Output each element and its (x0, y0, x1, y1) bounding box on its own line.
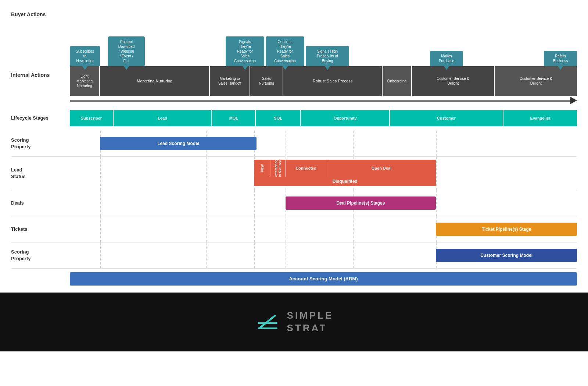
tickets-row: Tickets Ticket Pipeline(s) Stage (11, 216, 577, 242)
buyer-actions-row: SubscribestoNewsletter ContentDownload/ … (70, 7, 577, 66)
buyer-actions-label: Buyer Actions (11, 11, 68, 18)
bubble-confirms-ready: ConfirmsThey'reReady forSalesConversatio… (266, 36, 304, 66)
scoring-property-2-label: ScoringProperty (11, 249, 70, 262)
account-scoring-bar: Account Scoring Model (ABM) (70, 272, 577, 286)
ls-open-deal: Open Deal (327, 160, 436, 177)
ticket-pipeline-bar: Ticket Pipeline(s) Stage (436, 223, 577, 236)
lead-status-row: LeadStatus New Attempting to Connect (11, 157, 577, 190)
logo-text: SIMPLE STRAT (287, 309, 334, 334)
bubble-content: ContentDownload/ Webinar/ Event /Etc. (108, 36, 145, 66)
stage-customer: Customer (390, 110, 503, 126)
lead-status-content: New Attempting to Connect Connected Open… (70, 157, 577, 190)
scoring-property-2-content: Customer Scoring Model (70, 242, 577, 268)
bubble-signals-high: Signals HighProbability ofBuying (306, 46, 349, 66)
sp2-dashed-5 (353, 242, 354, 268)
sp2-dashed-2 (206, 242, 207, 268)
ls-dashed-2 (206, 157, 207, 190)
bubble-subscribes: SubscribestoNewsletter (70, 46, 100, 66)
internal-robust-sales: Robust Sales Process (283, 66, 383, 96)
stage-mql: MQL (212, 110, 256, 126)
sp2-dashed-3 (254, 242, 255, 268)
svg-line-0 (260, 316, 275, 327)
ls-dashed-6 (436, 157, 437, 190)
ls-attempting: Attempting to Connect (270, 160, 285, 177)
stage-opportunity: Opportunity (301, 110, 390, 126)
ls-new: New (254, 160, 270, 177)
tickets-label: Tickets (11, 226, 70, 233)
footer: SIMPLE STRAT (0, 293, 588, 351)
ls-disqualified: Disqualified (254, 177, 436, 186)
arrow-head (570, 97, 577, 104)
lifecycle-row: Lifecycle Stages Subscriber Lead MQL SQL… (11, 110, 577, 126)
tickets-dashed-4 (286, 216, 286, 242)
deals-content: Deal Pipeline(s) Stages (70, 190, 577, 216)
deals-dashed-3 (254, 190, 255, 216)
deals-label: Deals (11, 200, 70, 206)
lead-status-label: LeadStatus (11, 167, 70, 180)
dashed-line-5 (353, 131, 354, 156)
grid-rows-container: ScoringProperty Lead Scoring Model LeadS… (11, 131, 577, 289)
tickets-dashed-2 (206, 216, 207, 242)
stage-sql: SQL (256, 110, 301, 126)
dashed-line-4 (286, 131, 286, 156)
deal-pipeline-bar: Deal Pipeline(s) Stages (286, 196, 436, 210)
ls-connected: Connected (286, 160, 327, 177)
deals-dashed-1 (100, 190, 101, 216)
tickets-content: Ticket Pipeline(s) Stage (70, 216, 577, 242)
internal-onboarding: Onboarding (383, 66, 412, 96)
bubble-makes-purchase: MakesPurchase (430, 51, 463, 66)
scoring-property-1-label: ScoringProperty (11, 137, 70, 150)
internal-light-marketing: LightMarketingNurturing (70, 66, 100, 96)
sp2-dashed-1 (100, 242, 101, 268)
main-content: Buyer Actions Internal Actions Subscribe… (0, 0, 588, 293)
logo-icon (255, 309, 280, 335)
bubble-signals-ready: SignalsThey'reReady forSalesConversation (226, 36, 264, 66)
logo-area: SIMPLE STRAT (255, 309, 334, 335)
sp2-dashed-4 (286, 242, 286, 268)
lifecycle-label: Lifecycle Stages (11, 115, 70, 121)
internal-actions-label: Internal Actions (11, 72, 68, 79)
stage-lead: Lead (114, 110, 212, 126)
grid-section: Lifecycle Stages Subscriber Lead MQL SQL… (11, 110, 577, 289)
deals-row: Deals Deal Pipeline(s) Stages (11, 190, 577, 216)
internal-marketing-nurturing: Marketing Nurturing (100, 66, 210, 96)
arrow-row (70, 96, 577, 105)
arrow-line (70, 100, 570, 102)
deals-dashed-6 (436, 190, 437, 216)
internal-cs-delight1: Customer Service &Delight (412, 66, 495, 96)
lifecycle-stages: Subscriber Lead MQL SQL Opportunity Cust… (70, 110, 577, 126)
internal-mts-handoff: Marketing toSales Handoff (210, 66, 250, 96)
account-scoring-row: Account Scoring Model (ABM) (11, 269, 577, 289)
bubble-refers-business: RefersBusiness (544, 51, 577, 66)
tickets-dashed-3 (254, 216, 255, 242)
account-scoring-content: Account Scoring Model (ABM) (70, 269, 577, 289)
deals-dashed-2 (206, 190, 207, 216)
internal-sales-nurturing: SalesNurturing (250, 66, 283, 96)
scoring-property-1-row: ScoringProperty Lead Scoring Model (11, 131, 577, 157)
scoring-property-2-row: ScoringProperty Customer Scoring Model (11, 242, 577, 269)
tickets-dashed-1 (100, 216, 101, 242)
stage-subscriber: Subscriber (70, 110, 114, 126)
customer-scoring-bar: Customer Scoring Model (436, 249, 577, 262)
internal-actions-row: LightMarketingNurturing Marketing Nurtur… (70, 66, 577, 96)
scoring-property-1-content: Lead Scoring Model (70, 131, 577, 156)
lead-scoring-bar: Lead Scoring Model (100, 137, 257, 150)
dashed-line-6 (436, 131, 437, 156)
internal-cs-delight2: Customer Service &Delight (495, 66, 577, 96)
stage-evangelist: Evangelist (503, 110, 577, 126)
ls-dashed-1 (100, 157, 101, 190)
tickets-dashed-5 (353, 216, 354, 242)
top-section: Buyer Actions Internal Actions Subscribe… (11, 7, 577, 105)
